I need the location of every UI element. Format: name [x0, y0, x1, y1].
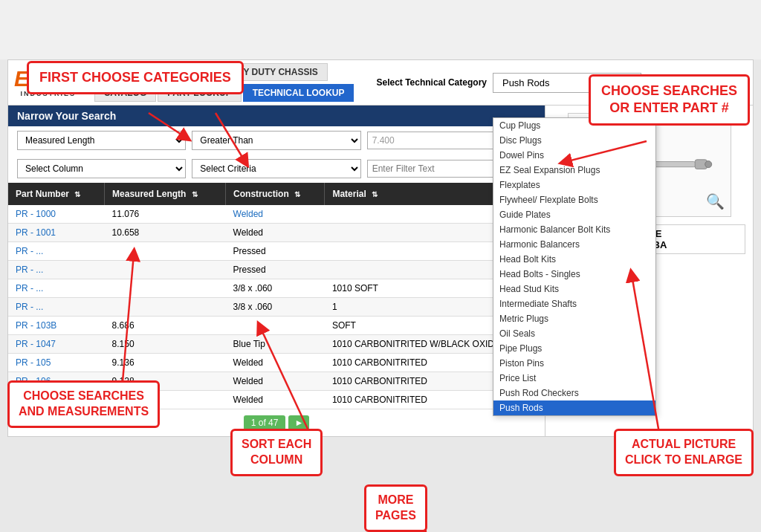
- pagination-label[interactable]: 1 of 47: [244, 415, 286, 430]
- cell-measured-length: 8.150: [105, 335, 226, 354]
- part-link[interactable]: PR - 1001: [16, 227, 56, 238]
- sort-icon-material: ⇅: [372, 190, 378, 198]
- dropdown-item-harmonic-bolt-kits[interactable]: Harmonic Balancer Bolt Kits: [493, 222, 655, 237]
- col-construction[interactable]: Construction ⇅: [226, 183, 325, 205]
- cell-part-number[interactable]: PR - 1001: [8, 224, 105, 242]
- cell-measured-length: 8.686: [105, 317, 226, 335]
- pagination-next[interactable]: ►: [288, 415, 309, 430]
- dropdown-item-piston-pins[interactable]: Piston Pins: [493, 356, 655, 371]
- part-link[interactable]: PR - ...: [16, 283, 43, 293]
- dropdown-item-intermediate-shafts[interactable]: Intermediate Shafts: [493, 296, 655, 311]
- filter-row-2: Select Column Select Criteria: [8, 155, 545, 183]
- sort-icon-length: ⇅: [192, 190, 198, 198]
- cell-part-number[interactable]: PR - ...: [8, 261, 105, 279]
- cell-part-number[interactable]: PR - ...: [8, 279, 105, 298]
- zoom-icon[interactable]: 🔍: [706, 192, 725, 210]
- dropdown-item-dowel-pins[interactable]: Dowel Pins: [493, 148, 655, 163]
- sort-icon-part: ⇅: [74, 190, 80, 198]
- svg-point-3: [705, 161, 711, 168]
- filter-col1-select[interactable]: Measured Length: [17, 131, 186, 150]
- dropdown-item-pipe-plugs[interactable]: Pipe Plugs: [493, 341, 655, 356]
- dropdown-item-head-bolts-singles[interactable]: Head Bolts - Singles: [493, 267, 655, 282]
- dropdown-item-metric-plugs[interactable]: Metric Plugs: [493, 311, 655, 326]
- nav-technical-lookup[interactable]: TECHNICAL LOOKUP: [243, 84, 354, 102]
- data-table: Part Number ⇅ Measured Length ⇅ Construc…: [8, 183, 545, 409]
- callout-first-choose-categories: FIRST CHOOSE CATEGORIES: [27, 61, 244, 94]
- callout-choose-searches-measurements: CHOOSE SEARCHESAND MEASUREMENTS: [7, 380, 160, 428]
- dropdown-item-flexplates[interactable]: Flexplates: [493, 178, 655, 192]
- cell-part-number[interactable]: PR - 1047: [8, 335, 105, 354]
- table-header-row: Part Number ⇅ Measured Length ⇅ Construc…: [8, 183, 545, 205]
- table-row: PR - ...Pressed: [8, 261, 545, 279]
- table-row: PR - ...3/8 x .0601010 SOFT: [8, 279, 545, 298]
- part-link[interactable]: PR - 1000: [16, 209, 56, 219]
- cell-construction[interactable]: Welded: [226, 372, 325, 391]
- cell-part-number[interactable]: PR - 105: [8, 354, 105, 372]
- cell-construction[interactable]: 3/8 x .060: [226, 279, 325, 298]
- table-row: PR - ...Pressed: [8, 242, 545, 261]
- cell-part-number[interactable]: PR - ...: [8, 298, 105, 317]
- part-link[interactable]: PR - 1047: [16, 339, 56, 349]
- cell-measured-length: 10.658: [105, 224, 226, 242]
- callout-sort-each-column: SORT EACHCOLUMN: [230, 429, 323, 476]
- dropdown-item-oil-seals[interactable]: Oil Seals: [493, 326, 655, 341]
- filter-row-1: Measured Length Greater Than: [8, 126, 545, 155]
- construction-link[interactable]: Welded: [233, 209, 263, 219]
- table-row: PR - 100110.658Welded: [8, 224, 545, 242]
- cell-part-number[interactable]: PR - 1000: [8, 205, 105, 224]
- dropdown-item-price-list[interactable]: Price List: [493, 371, 655, 386]
- dropdown-item-disc-plugs[interactable]: Disc Plugs: [493, 133, 655, 148]
- cell-construction[interactable]: [226, 317, 325, 335]
- dropdown-item-head-stud-kits[interactable]: Head Stud Kits: [493, 282, 655, 296]
- table-row: PR - 10478.150Blue Tip1010 CARBONITRITED…: [8, 335, 545, 354]
- filter-criteria2-select[interactable]: Select Criteria: [192, 159, 360, 178]
- cell-measured-length: [105, 242, 226, 261]
- table-row: PR - ...3/8 x .0601: [8, 298, 545, 317]
- cell-measured-length: [105, 279, 226, 298]
- cell-construction[interactable]: Welded: [226, 205, 325, 224]
- col-part-number[interactable]: Part Number ⇅: [8, 183, 105, 205]
- tech-cat-label: Select Technical Category: [376, 77, 487, 88]
- cell-part-number[interactable]: PR - ...: [8, 242, 105, 261]
- sort-icon-construction: ⇅: [294, 190, 300, 198]
- cell-construction[interactable]: Blue Tip: [226, 335, 325, 354]
- table-row: PR - 1059.136Welded1010 CARBONITRITED: [8, 354, 545, 372]
- part-link[interactable]: PR - 105: [16, 357, 51, 368]
- cell-construction[interactable]: Welded: [226, 224, 325, 242]
- dropdown-item-ez-seal[interactable]: EZ Seal Expansion Plugs: [493, 163, 655, 178]
- dropdown-item-flywheel-bolts[interactable]: Flywheel/ Flexplate Bolts: [493, 192, 655, 207]
- cell-construction[interactable]: Welded: [226, 391, 325, 409]
- part-link[interactable]: PR - ...: [16, 265, 43, 275]
- cell-measured-length: [105, 298, 226, 317]
- part-link[interactable]: PR - ...: [16, 246, 43, 256]
- dropdown-item-guide-plates[interactable]: Guide Plates: [493, 207, 655, 222]
- cell-part-number[interactable]: PR - 103B: [8, 317, 105, 335]
- cell-construction[interactable]: Welded: [226, 354, 325, 372]
- part-link[interactable]: PR - ...: [16, 302, 43, 312]
- cell-measured-length: 11.076: [105, 205, 226, 224]
- tech-cat-dropdown-list[interactable]: Cup Plugs Disc Plugs Dowel Pins EZ Seal …: [493, 117, 656, 416]
- filter-criteria1-select[interactable]: Greater Than: [192, 131, 360, 150]
- dropdown-item-harmonic-balancers[interactable]: Harmonic Balancers: [493, 237, 655, 252]
- callout-actual-picture: ACTUAL PICTURECLICK TO ENLARGE: [614, 429, 754, 476]
- cell-construction[interactable]: 3/8 x .060: [226, 298, 325, 317]
- part-link[interactable]: PR - 103B: [16, 320, 56, 331]
- cell-construction[interactable]: Pressed: [226, 242, 325, 261]
- callout-choose-searches-part: CHOOSE SEARCHESOR ENTER PART #: [589, 74, 750, 126]
- filter-col2-select[interactable]: Select Column: [17, 159, 186, 178]
- dropdown-item-push-rods[interactable]: Push Rods: [493, 400, 655, 415]
- narrow-search-title: Narrow Your Search: [8, 106, 545, 126]
- dropdown-item-push-rod-checkers[interactable]: Push Rod Checkers: [493, 386, 655, 400]
- cell-measured-length: [105, 261, 226, 279]
- cell-construction[interactable]: Pressed: [226, 261, 325, 279]
- table-row: PR - 103B8.686SOFT: [8, 317, 545, 335]
- table-row: PR - 100011.076Welded: [8, 205, 545, 224]
- dropdown-item-head-bolt-kits[interactable]: Head Bolt Kits: [493, 252, 655, 267]
- callout-more-pages: MOREPAGES: [364, 484, 427, 532]
- col-measured-length[interactable]: Measured Length ⇅: [105, 183, 226, 205]
- cell-measured-length: 9.136: [105, 354, 226, 372]
